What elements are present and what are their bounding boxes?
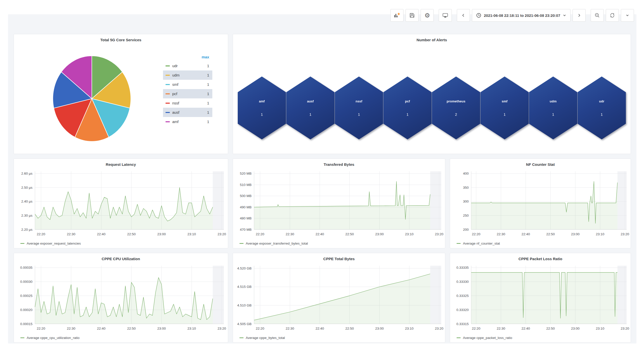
svg-text:4.515 GB: 4.515 GB	[237, 285, 252, 289]
line-chart[interactable]: 0.333150.333200.333250.333300.3333522:20…	[450, 263, 631, 333]
hexagon-service-label: prometheus	[447, 99, 465, 103]
time-range-forward-button[interactable]	[573, 9, 586, 22]
panel-title[interactable]: Request Latency	[14, 159, 228, 169]
svg-text:22:30: 22:30	[286, 327, 294, 330]
legend-item[interactable]: Average cppe_bytes_total	[233, 333, 445, 342]
pie-legend-row-ausf[interactable]: ausf1	[163, 108, 212, 117]
panel-title[interactable]: Number of Alerts	[233, 34, 631, 44]
cycle-view-tv-icon	[442, 13, 448, 18]
pie-legend-row-pcf[interactable]: pcf1	[163, 89, 212, 98]
svg-text:22:30: 22:30	[67, 327, 75, 330]
line-chart[interactable]: 0.000150.000200.000250.000300.0003522:20…	[14, 263, 228, 333]
alert-hexagon-pcf[interactable]: pcf1	[383, 76, 432, 139]
legend-item[interactable]: Average cppe_packet_loss_ratio	[450, 333, 631, 342]
alert-hexagon-udr[interactable]: udr1	[578, 76, 626, 139]
legend-color-dash	[166, 75, 170, 76]
pie-chart[interactable]	[49, 50, 135, 144]
svg-text:490 MB: 490 MB	[240, 205, 252, 209]
line-chart[interactable]: 2.20 µs2.30 µs2.40 µs2.50 µs2.60 µs22:20…	[14, 169, 228, 239]
alert-hexagon-nssf[interactable]: nssf1	[335, 76, 383, 139]
alert-hexagon-ausf[interactable]: ausf1	[286, 76, 335, 139]
legend-label: udm	[172, 73, 180, 77]
time-range-back-button[interactable]	[457, 9, 470, 22]
svg-text:22:30: 22:30	[497, 327, 505, 330]
cycle-view-mode-button[interactable]	[439, 9, 452, 22]
legend-item[interactable]: Average cppe_cpu_utilization_ratio	[14, 333, 228, 342]
svg-text:23:20: 23:20	[218, 327, 226, 330]
line-chart[interactable]: 4.505 GB4.510 GB4.515 GB4.520 GB22:2022:…	[233, 263, 445, 333]
panel-title[interactable]: Transfered Bytes	[233, 159, 445, 169]
svg-text:350: 350	[463, 186, 469, 189]
alert-hexagon-prometheus[interactable]: prometheus2	[432, 76, 480, 139]
refresh-button[interactable]	[606, 9, 619, 22]
legend-max-value: 1	[207, 110, 209, 114]
svg-text:22:40: 22:40	[315, 232, 324, 236]
save-dashboard-icon	[409, 13, 415, 18]
svg-text:22:20: 22:20	[37, 327, 45, 330]
svg-text:2.40 µs: 2.40 µs	[21, 200, 32, 203]
legend-color-dash	[166, 84, 170, 85]
legend-stat-header: max	[163, 54, 212, 61]
panel-title[interactable]: NF Counter Stat	[450, 159, 631, 169]
svg-text:22:20: 22:20	[256, 327, 264, 330]
svg-text:2.20 µs: 2.20 µs	[21, 228, 32, 231]
chart-svg: 2.20 µs2.30 µs2.40 µs2.50 µs2.60 µs22:20…	[14, 169, 228, 239]
svg-text:4.520 GB: 4.520 GB	[237, 266, 252, 270]
legend-color-dash	[457, 243, 461, 244]
add-panel-button[interactable]	[390, 9, 404, 22]
panel-request-latency: Request Latency 2.20 µs2.30 µs2.40 µs2.5…	[14, 159, 228, 248]
legend-label: Average cppe_bytes_total	[246, 336, 285, 340]
pie-legend-rows: udr1udm1smf1pcf1nssf1ausf1amf1	[163, 61, 212, 126]
hexagon-service-label: nssf	[355, 99, 362, 103]
hexagon-alert-count: 1	[504, 112, 506, 117]
pie-svg	[49, 50, 135, 144]
svg-text:23:00: 23:00	[571, 232, 580, 236]
time-range-picker[interactable]: 2021-06-08 22:18:11 to 2021-06-08 23:20:…	[472, 9, 571, 22]
zoom-out-button[interactable]	[591, 9, 604, 22]
legend-color-dash	[239, 337, 244, 338]
legend-label: amf	[172, 120, 179, 124]
refresh-icon	[610, 13, 615, 18]
svg-text:22:50: 22:50	[546, 327, 555, 330]
alert-hexagon-wrap: ausf1	[286, 76, 335, 139]
legend-label: Average cppe_cpu_utilization_ratio	[27, 336, 79, 340]
svg-text:23:20: 23:20	[218, 232, 226, 236]
svg-text:200: 200	[463, 228, 469, 231]
pie-legend-row-udr[interactable]: udr1	[163, 61, 212, 70]
pie-legend-row-smf[interactable]: smf1	[163, 80, 212, 89]
line-chart[interactable]: 20025030035040022:2022:3022:4022:5023:00…	[450, 169, 631, 239]
alert-hexagon-wrap: nssf1	[335, 76, 383, 139]
save-dashboard-button[interactable]	[406, 9, 419, 22]
svg-text:23:00: 23:00	[157, 232, 166, 236]
line-chart[interactable]: 470 MB480 MB490 MB500 MB510 MB520 MB22:2…	[233, 169, 445, 239]
dashboard-toolbar: ⚙	[390, 9, 634, 22]
panel-title[interactable]: CPPE CPU Utilization	[14, 253, 228, 263]
alert-hexagon-amf[interactable]: amf1	[238, 76, 286, 139]
legend-color-dash	[166, 65, 170, 66]
svg-text:0.33325: 0.33325	[456, 294, 469, 298]
pie-legend-row-amf[interactable]: amf1	[163, 117, 212, 126]
legend-item[interactable]: Average exposer_transferred_bytes_total	[233, 239, 445, 248]
legend-item[interactable]: Average nf_counter_stat	[450, 239, 631, 248]
panel-cppe-total-bytes: CPPE Total Bytes 4.505 GB4.510 GB4.515 G…	[233, 253, 446, 343]
dashboard-settings-button[interactable]: ⚙	[421, 9, 434, 22]
refresh-interval-dropdown[interactable]	[621, 9, 634, 22]
time-range-group: 2021-06-08 22:18:11 to 2021-06-08 23:20:…	[457, 9, 586, 22]
alert-hexagon-smf[interactable]: smf1	[480, 76, 529, 139]
panel-title[interactable]: Total 5G Core Services	[14, 34, 228, 44]
panel-grid: Total 5G Core Services max udr1udm1smf1p…	[8, 14, 636, 343]
hexagon-service-label: smf	[502, 99, 507, 103]
legend-label: ausf	[172, 110, 179, 114]
alert-hexagon-udm[interactable]: udm1	[529, 76, 577, 139]
view-mode-group	[439, 9, 452, 22]
svg-text:400: 400	[463, 172, 469, 175]
chart-svg: 4.505 GB4.510 GB4.515 GB4.520 GB22:2022:…	[233, 263, 445, 333]
panel-title[interactable]: CPPE Total Bytes	[233, 253, 445, 263]
clock-icon	[476, 13, 481, 18]
svg-text:0.33335: 0.33335	[456, 266, 469, 269]
legend-item[interactable]: Average exposer_request_latencies	[14, 239, 228, 248]
pie-legend-row-udm[interactable]: udm1	[163, 70, 212, 80]
pie-legend-row-nssf[interactable]: nssf1	[163, 98, 212, 108]
panel-title[interactable]: CPPE Packet Loss Ratio	[450, 253, 631, 263]
settings-gear-icon: ⚙	[424, 12, 430, 19]
